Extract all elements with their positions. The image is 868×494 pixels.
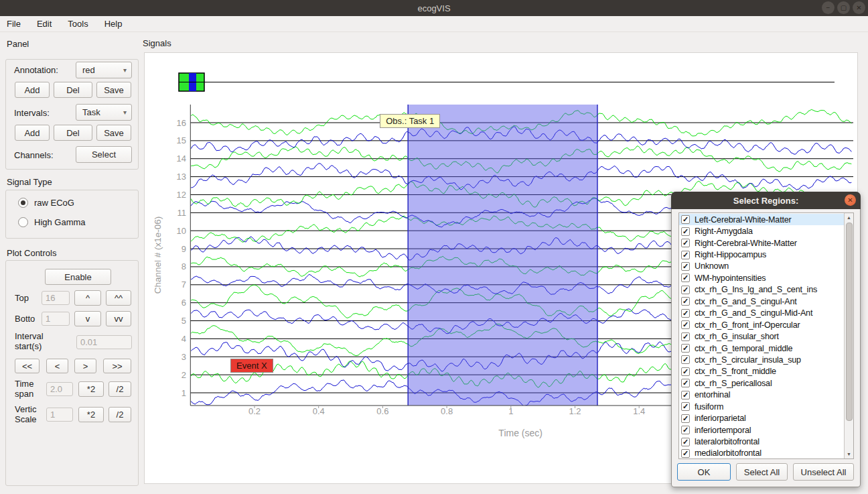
region-checkbox[interactable]: ✓	[681, 414, 690, 423]
menubar: FileEditToolsHelp	[0, 16, 868, 32]
panel-groupbox: Annotation: red ▾ Add Del Save Intervals…	[5, 59, 139, 170]
region-row[interactable]: ✓ctx_rh_G_Ins_lg_and_S_cent_ins	[679, 284, 853, 296]
region-checkbox[interactable]: ✓	[681, 449, 690, 458]
region-checkbox[interactable]: ✓	[681, 262, 690, 271]
region-checkbox[interactable]: ✓	[681, 227, 690, 236]
vertical-scale-double-button[interactable]: *2	[78, 407, 104, 422]
region-checkbox[interactable]: ✓	[681, 402, 690, 411]
region-checkbox[interactable]: ✓	[681, 426, 690, 434]
scrollbar-thumb[interactable]	[846, 223, 853, 421]
region-checkbox[interactable]: ✓	[681, 379, 690, 387]
scroll-up-icon[interactable]: ▲	[845, 213, 854, 222]
region-checkbox[interactable]: ✓	[681, 344, 690, 353]
region-checkbox[interactable]: ✓	[681, 438, 690, 446]
seek-forward-button[interactable]: >	[74, 359, 96, 373]
plot-controls-groupbox: Enable Top ^ ^^ Botto v vv Interval star…	[5, 260, 139, 486]
vertical-scale-half-button[interactable]: /2	[108, 407, 131, 422]
region-checkbox[interactable]: ✓	[681, 332, 690, 341]
menu-item-file[interactable]: File	[7, 19, 21, 29]
intervals-value: Task	[82, 107, 100, 117]
region-row[interactable]: ✓WM-hypointensities	[679, 272, 853, 284]
menu-item-edit[interactable]: Edit	[37, 19, 52, 29]
interval-save-button[interactable]: Save	[96, 125, 131, 141]
region-row[interactable]: ✓fusiform	[679, 401, 853, 412]
close-icon[interactable]: ✕	[845, 194, 856, 206]
select-all-button[interactable]: Select All	[736, 463, 788, 481]
channel-down-button[interactable]: v	[74, 311, 101, 326]
interval-del-button[interactable]: Del	[54, 125, 92, 141]
channel-up-button[interactable]: ^	[74, 290, 101, 306]
seek-fast-forward-button[interactable]: >>	[103, 359, 131, 373]
region-row[interactable]: ✓ctx_rh_S_circular_insula_sup	[679, 354, 853, 365]
channels-select-button[interactable]: Select	[76, 146, 132, 163]
ok-button[interactable]: OK	[677, 463, 731, 481]
region-label: Unknown	[695, 261, 729, 271]
annotation-save-button[interactable]: Save	[96, 82, 131, 98]
seek-fast-back-button[interactable]: <<	[15, 359, 40, 373]
regions-list: ✓Left-Cerebral-White-Matter✓Right-Amygda…	[678, 212, 854, 459]
channel-up-fast-button[interactable]: ^^	[106, 290, 131, 306]
region-row[interactable]: ✓ctx_rh_G_front_inf-Opercular	[679, 319, 853, 330]
enable-button[interactable]: Enable	[45, 269, 111, 285]
time-span-double-button[interactable]: *2	[78, 381, 104, 397]
region-row[interactable]: ✓Right-Amygdala	[679, 225, 853, 237]
region-row[interactable]: ✓ctx_rh_G_temporal_middle	[679, 343, 853, 354]
region-checkbox[interactable]: ✓	[681, 239, 690, 247]
svg-text:1.4: 1.4	[633, 406, 645, 416]
region-row[interactable]: ✓ctx_rh_G_and_S_cingul-Mid-Ant	[679, 308, 853, 319]
seek-back-button[interactable]: <	[46, 359, 68, 373]
region-row[interactable]: ✓inferiorparietal	[679, 412, 853, 424]
region-checkbox[interactable]: ✓	[681, 273, 690, 282]
region-label: Right-Hippocampus	[695, 250, 766, 259]
region-checkbox[interactable]: ✓	[681, 215, 690, 224]
interval-start-input[interactable]	[76, 335, 132, 349]
region-row[interactable]: ✓ctx_rh_S_front_middle	[679, 366, 853, 377]
menu-item-help[interactable]: Help	[104, 19, 123, 29]
region-checkbox[interactable]: ✓	[681, 251, 690, 259]
region-checkbox[interactable]: ✓	[681, 355, 690, 364]
channel-down-fast-button[interactable]: vv	[106, 311, 131, 326]
bottom-input[interactable]	[42, 312, 70, 326]
time-span-input[interactable]	[46, 382, 73, 396]
top-input[interactable]	[42, 291, 70, 305]
svg-text:1: 1	[182, 388, 186, 398]
region-checkbox[interactable]: ✓	[681, 320, 690, 329]
scroll-down-icon[interactable]: ▼	[845, 450, 854, 458]
region-checkbox[interactable]: ✓	[681, 309, 690, 318]
region-checkbox[interactable]: ✓	[681, 297, 690, 306]
annotation-dropdown[interactable]: red ▾	[76, 62, 132, 78]
annotation-add-button[interactable]: Add	[15, 82, 50, 98]
unselect-all-button[interactable]: Unselect All	[793, 463, 854, 481]
region-row[interactable]: ✓medialorbitofrontal	[679, 448, 853, 459]
region-row[interactable]: ✓Unknown	[679, 261, 853, 272]
region-row[interactable]: ✓Right-Hippocampus	[679, 249, 853, 260]
annotation-label: Annotation:	[14, 65, 58, 75]
region-label: ctx_rh_S_circular_insula_sup	[695, 355, 801, 365]
region-checkbox[interactable]: ✓	[681, 286, 690, 294]
region-checkbox[interactable]: ✓	[681, 367, 690, 376]
minimize-icon[interactable]: −	[822, 1, 835, 14]
region-row[interactable]: ✓entorhinal	[679, 389, 853, 401]
region-row[interactable]: ✓ctx_rh_G_insular_short	[679, 330, 853, 342]
vertical-scale-input[interactable]	[46, 408, 73, 422]
region-row[interactable]: ✓ctx_rh_S_pericallosal	[679, 377, 853, 389]
region-label: entorhinal	[695, 390, 730, 399]
radio-raw-ecog[interactable]: raw ECoG	[18, 198, 74, 208]
interval-add-button[interactable]: Add	[15, 125, 50, 141]
region-row[interactable]: ✓Right-Cerebral-White-Matter	[679, 237, 853, 249]
region-row[interactable]: ✓inferiortemporal	[679, 424, 853, 436]
region-row[interactable]: ✓Left-Cerebral-White-Matter	[679, 214, 853, 225]
maximize-icon[interactable]: ▢	[837, 1, 850, 14]
radio-high-gamma[interactable]: High Gamma	[18, 217, 86, 227]
dialog-titlebar[interactable]: Select Regions: ✕	[671, 192, 861, 209]
bottom-label: Botto	[15, 314, 35, 324]
region-checkbox[interactable]: ✓	[681, 391, 690, 399]
intervals-dropdown[interactable]: Task ▾	[76, 104, 132, 121]
region-row[interactable]: ✓lateralorbitofrontal	[679, 436, 853, 447]
annotation-del-button[interactable]: Del	[54, 82, 92, 98]
menu-item-tools[interactable]: Tools	[68, 19, 88, 29]
close-icon[interactable]: ✕	[853, 1, 865, 14]
time-span-half-button[interactable]: /2	[108, 381, 131, 397]
region-row[interactable]: ✓ctx_rh_G_and_S_cingul-Ant	[679, 296, 853, 307]
regions-scrollbar[interactable]: ▲ ▼	[844, 213, 853, 458]
